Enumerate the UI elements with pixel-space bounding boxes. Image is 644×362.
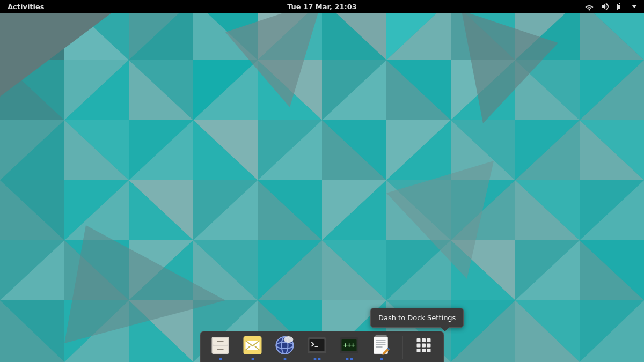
- text-editor-icon: [371, 335, 392, 356]
- mail-icon: [242, 335, 264, 356]
- volume-icon: [600, 2, 609, 11]
- dock-app-browser[interactable]: [273, 335, 297, 360]
- svg-rect-155: [417, 349, 421, 352]
- svg-point-137: [284, 336, 294, 343]
- dock-app-files[interactable]: [208, 335, 233, 360]
- system-status-area[interactable]: [585, 2, 639, 11]
- file-manager-icon: [210, 335, 231, 356]
- svg-rect-157: [427, 349, 431, 352]
- running-indicator: [283, 358, 286, 360]
- network-wifi-icon: [585, 2, 594, 11]
- svg-rect-156: [422, 349, 426, 352]
- svg-rect-150: [422, 338, 426, 342]
- dock-app-devtool[interactable]: +++: [337, 335, 362, 360]
- svg-rect-149: [417, 338, 421, 342]
- chevron-down-icon: [630, 2, 639, 11]
- running-indicator: [346, 358, 353, 360]
- svg-rect-152: [417, 344, 421, 348]
- dock-app-editor[interactable]: [369, 335, 394, 360]
- svg-rect-153: [422, 344, 426, 348]
- globe-icon: [274, 335, 296, 356]
- svg-rect-129: [217, 341, 224, 342]
- top-panel: Activities Tue 17 Mar, 21:03: [0, 0, 644, 13]
- tooltip-text: Dash to Dock Settings: [378, 314, 456, 322]
- svg-rect-130: [217, 349, 224, 350]
- dock-app-mail[interactable]: [240, 335, 265, 360]
- svg-rect-139: [310, 339, 325, 351]
- svg-rect-154: [427, 344, 431, 348]
- dock-separator: [402, 336, 403, 359]
- battery-icon: [615, 2, 624, 11]
- svg-text:+++: +++: [343, 342, 355, 349]
- tooltip: Dash to Dock Settings: [370, 308, 464, 328]
- running-indicator: [313, 358, 320, 360]
- code-icon: +++: [339, 335, 360, 356]
- dock-show-applications[interactable]: [412, 335, 436, 360]
- running-indicator: [219, 358, 222, 360]
- dock: +++: [200, 331, 444, 362]
- desktop-wallpaper: [0, 0, 644, 362]
- running-indicator: [380, 358, 383, 360]
- activities-button[interactable]: Activities: [5, 2, 47, 12]
- running-indicator: [251, 358, 254, 360]
- dock-app-terminal[interactable]: [305, 335, 330, 360]
- apps-grid-icon: [413, 335, 435, 356]
- terminal-icon: [306, 335, 328, 356]
- svg-rect-151: [427, 338, 431, 342]
- clock[interactable]: Tue 17 Mar, 21:03: [285, 2, 359, 12]
